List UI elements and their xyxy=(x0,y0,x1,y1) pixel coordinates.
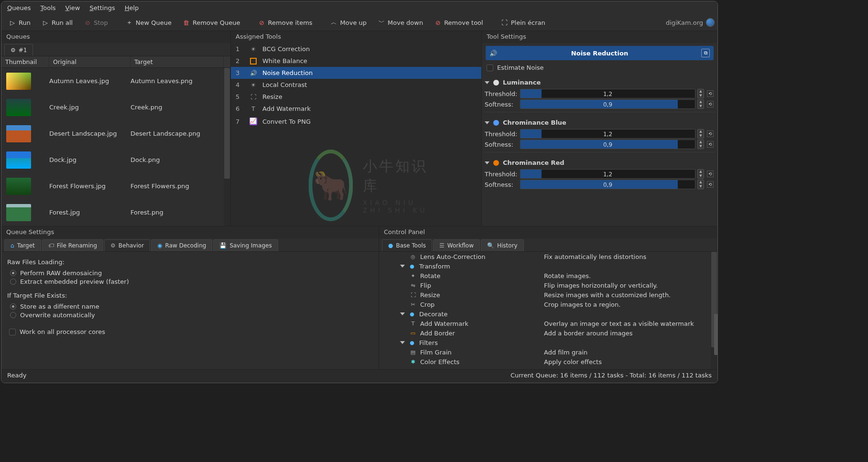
tool-name: White Balance xyxy=(262,57,307,64)
control-panel-scrollbar[interactable] xyxy=(711,252,717,369)
tool-icon: ◎ xyxy=(410,253,416,260)
fullscreen-button[interactable]: ⛶Plein écran xyxy=(497,17,550,28)
reset-button[interactable]: ⟲ xyxy=(707,141,714,148)
radio-overwrite[interactable] xyxy=(10,312,16,318)
move-down-button[interactable]: ﹀Move down xyxy=(373,16,428,29)
target-filename: Forest Flowers.png xyxy=(130,183,230,190)
menu-help[interactable]: Help xyxy=(125,4,139,11)
cp-tab-workflow[interactable]: ☰Workflow xyxy=(433,239,480,251)
reset-button[interactable]: ⟲ xyxy=(707,130,714,137)
spinbox[interactable]: ▲▼ xyxy=(697,89,704,98)
col-thumbnail[interactable]: Thumbnail xyxy=(1,56,49,67)
queue-list[interactable]: Autumn Leaves.jpg Autumn Leaves.png Cree… xyxy=(1,68,230,226)
reset-button[interactable]: ⟲ xyxy=(707,171,714,177)
estimate-noise-checkbox[interactable] xyxy=(487,64,493,71)
remove-items-button[interactable]: ⊘Remove items xyxy=(254,17,317,28)
queue-row[interactable]: Forest Flowers.jpg Forest Flowers.png xyxy=(1,173,230,199)
assigned-tool-row[interactable]: 1☀BCG Correction xyxy=(231,43,481,55)
assigned-tool-row[interactable]: 6TAdd Watermark xyxy=(231,103,481,115)
tree-row[interactable]: T Add Watermark Overlay an image or text… xyxy=(379,319,717,328)
tree-row[interactable]: ▤ Film Grain Add film grain xyxy=(379,347,717,357)
radio-embedded-preview[interactable] xyxy=(10,279,16,285)
col-original[interactable]: Original xyxy=(49,56,130,67)
tree-row[interactable]: ● Transform xyxy=(379,261,717,271)
settings-group-header[interactable]: Chrominance Red xyxy=(485,157,715,168)
assigned-tool-row[interactable]: 5⛶Resize xyxy=(231,91,481,103)
radio-demosaic[interactable] xyxy=(10,270,16,276)
settings-group-header[interactable]: Luminance xyxy=(485,77,715,88)
tree-row[interactable]: ● Filters xyxy=(379,338,717,347)
tree-row[interactable]: ✂ Crop Crop images to a region. xyxy=(379,300,717,309)
slider[interactable]: 1,2 xyxy=(520,129,695,139)
caret-down-icon xyxy=(485,81,489,84)
slider[interactable]: 0,9 xyxy=(520,140,695,149)
slider[interactable]: 1,2 xyxy=(520,89,695,98)
slider[interactable]: 1,2 xyxy=(520,169,695,179)
run-button[interactable]: ▷Run xyxy=(4,17,35,28)
slider-label: Threshold: xyxy=(485,130,518,138)
tree-row[interactable]: ✱ Color Effects Apply color effects xyxy=(379,357,717,366)
menu-tools[interactable]: Tools xyxy=(40,4,55,11)
cp-tab-history[interactable]: 🔍History xyxy=(481,239,524,251)
spinbox[interactable]: ▲▼ xyxy=(697,180,704,189)
queue-row[interactable]: Creek.jpg Creek.png xyxy=(1,94,230,120)
qs-tab-raw-decoding[interactable]: ◉Raw Decoding xyxy=(151,239,212,251)
reset-button[interactable]: ⟲ xyxy=(707,101,714,107)
caret-down-icon xyxy=(485,121,489,124)
menu-queues[interactable]: Queues xyxy=(7,4,31,11)
tool-icon: ⛶ xyxy=(410,291,416,298)
qs-tab-file-renaming[interactable]: 🏷File Renaming xyxy=(42,239,103,251)
assigned-tool-row[interactable]: 3🔊Noise Reduction xyxy=(231,67,481,79)
queue-row[interactable]: Desert Landscape.jpg Desert Landscape.pn… xyxy=(1,120,230,147)
queue-row[interactable]: Dock.jpg Dock.png xyxy=(1,147,230,173)
radio-store-different[interactable] xyxy=(10,303,16,310)
tree-row[interactable]: ⇋ Flip Flip images horizontally or verti… xyxy=(379,280,717,290)
run-all-button[interactable]: ▷Run all xyxy=(37,17,77,28)
qs-tab-behavior[interactable]: ⚙Behavior xyxy=(104,239,150,251)
reset-button[interactable]: ⟲ xyxy=(707,90,714,97)
tool-index: 2 xyxy=(236,57,244,64)
remove-queue-button[interactable]: 🗑Remove Queue xyxy=(178,17,245,28)
new-queue-button[interactable]: ＋New Queue xyxy=(121,16,176,29)
menu-settings[interactable]: Settings xyxy=(89,4,115,11)
tool-name: Add Watermark xyxy=(262,105,311,112)
assigned-tool-row[interactable]: 7📈Convert To PNG xyxy=(231,115,481,128)
tab-icon: ● xyxy=(388,242,393,249)
tree-row[interactable]: ◎ Lens Auto-Correction Fix automatically… xyxy=(379,252,717,261)
reset-button[interactable]: ⟲ xyxy=(707,181,714,188)
move-up-button[interactable]: ︿Move up xyxy=(326,16,372,29)
assigned-tool-row[interactable]: 2White Balance xyxy=(231,55,481,67)
original-filename: Forest Flowers.jpg xyxy=(49,183,130,190)
spinbox[interactable]: ▲▼ xyxy=(697,129,704,139)
target-filename: Autumn Leaves.png xyxy=(130,77,230,85)
slider[interactable]: 0,9 xyxy=(520,99,695,109)
all-cores-checkbox[interactable] xyxy=(9,329,16,335)
assigned-tool-row[interactable]: 4☀Local Contrast xyxy=(231,79,481,91)
settings-group-header[interactable]: Chrominance Blue xyxy=(485,117,715,128)
bulb-icon xyxy=(493,80,499,86)
detach-button[interactable]: ⧉ xyxy=(701,49,710,57)
base-tools-tree[interactable]: ◎ Lens Auto-Correction Fix automatically… xyxy=(379,252,717,369)
tree-row[interactable]: ✦ Rotate Rotate images. xyxy=(379,271,717,280)
queue-row[interactable]: Forest.jpg Forest.png xyxy=(1,199,230,226)
slider[interactable]: 0,9 xyxy=(520,180,695,189)
spinbox[interactable]: ▲▼ xyxy=(697,140,704,149)
tree-row[interactable]: ▭ Add Border Add a border around images xyxy=(379,328,717,338)
assigned-tools-list[interactable]: 1☀BCG Correction2White Balance3🔊Noise Re… xyxy=(231,43,481,226)
menu-view[interactable]: View xyxy=(65,4,80,11)
queue-tab-1[interactable]: ⚙#1 xyxy=(4,44,33,56)
col-target[interactable]: Target xyxy=(130,56,224,67)
brand-link[interactable]: digiKam.org xyxy=(666,18,715,27)
tree-row[interactable]: ● Decorate xyxy=(379,309,717,319)
queue-row[interactable]: Autumn Leaves.jpg Autumn Leaves.png xyxy=(1,68,230,94)
qs-tab-target[interactable]: ⌂Target xyxy=(4,239,41,251)
spinbox[interactable]: ▲▼ xyxy=(697,169,704,179)
stop-button[interactable]: ⊘Stop xyxy=(79,17,113,28)
qs-tab-saving-images[interactable]: 💾Saving Images xyxy=(213,239,278,251)
square-icon xyxy=(250,58,257,64)
spinbox[interactable]: ▲▼ xyxy=(697,99,704,109)
cp-tab-base-tools[interactable]: ●Base Tools xyxy=(382,239,432,251)
remove-tool-button[interactable]: ⊘Remove tool xyxy=(430,17,488,28)
queue-scrollbar[interactable] xyxy=(224,68,230,226)
tree-row[interactable]: ⛶ Resize Resize images with a customized… xyxy=(379,290,717,300)
